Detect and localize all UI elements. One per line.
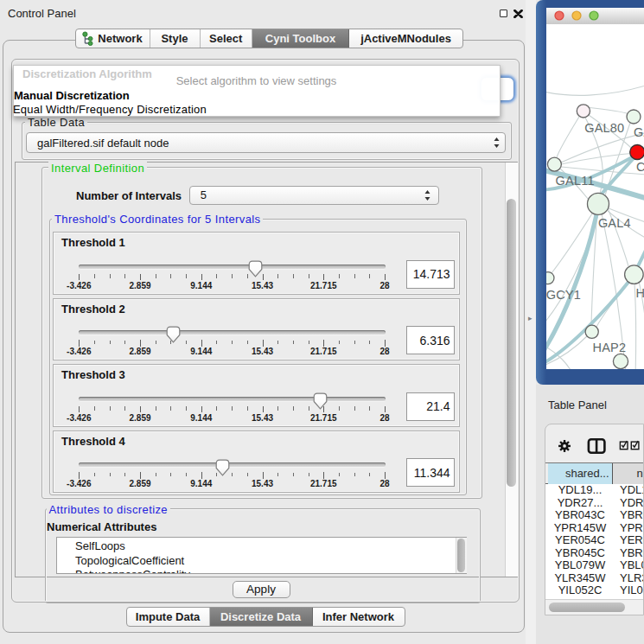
svg-text:GAL11: GAL11 bbox=[556, 174, 595, 188]
svg-text:GCY1: GCY1 bbox=[546, 288, 581, 302]
svg-text:GAL: GAL bbox=[634, 125, 644, 139]
svg-text:C: C bbox=[636, 160, 644, 174]
svg-text:GAL80: GAL80 bbox=[584, 121, 624, 135]
svg-text:HAP2: HAP2 bbox=[593, 341, 627, 354]
svg-text:GAL4: GAL4 bbox=[598, 216, 631, 230]
svg-text:HIS4: HIS4 bbox=[636, 286, 644, 300]
